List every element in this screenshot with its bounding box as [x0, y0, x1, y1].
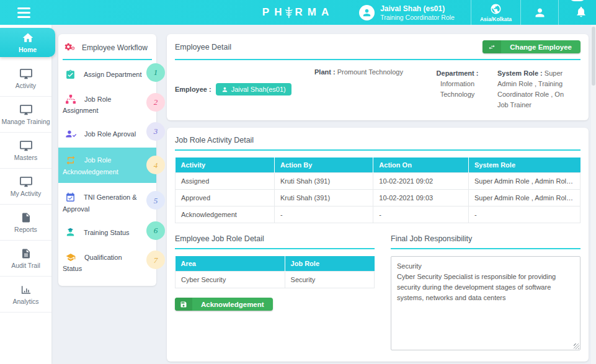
- column-header-action-on: Action On: [373, 158, 469, 173]
- workflow-step-assign-department[interactable]: Assign Department 1: [58, 60, 156, 85]
- employee-detail-card: Employee Detail Change Employee Employee…: [167, 34, 589, 120]
- department-field: Department : Information Technology: [426, 68, 497, 110]
- column-header-job-role: Job Role: [285, 256, 374, 272]
- person-icon: [533, 6, 546, 19]
- workflow-step-qualification-status[interactable]: Qualification Status 7: [58, 243, 156, 278]
- final-responsibility-textarea[interactable]: Security Cyber Security Specialist is re…: [391, 256, 580, 350]
- sidebar-item-label: Analytics: [12, 298, 38, 305]
- employee-badge[interactable]: Jaival Shah(es01): [216, 83, 291, 95]
- workflow-step-label: Job Role Aproval: [84, 130, 136, 138]
- step-number: 4: [146, 156, 165, 174]
- clipboard-check-icon: [65, 69, 76, 80]
- table-row: Cyber Security Security: [176, 272, 375, 288]
- cell-action-on: -: [373, 206, 469, 223]
- user-menu[interactable]: Jaival Shah (es01) Training Coordinator …: [343, 0, 471, 25]
- acknowledgement-button[interactable]: Acknowledgement: [175, 298, 273, 311]
- workflow-step-job-role-aproval[interactable]: Job Role Aproval 3: [58, 120, 156, 144]
- globe-icon: [490, 3, 502, 15]
- graduation-cap-icon: [65, 252, 76, 262]
- calendar-check-icon: [65, 192, 76, 203]
- employee-label: Employee :: [175, 86, 211, 93]
- step-number: 7: [146, 251, 165, 269]
- step-number: 6: [146, 221, 165, 240]
- plant-value: Promount Technology: [337, 68, 403, 76]
- plant-field: Plant : Promount Technology: [314, 68, 426, 110]
- employee-detail-header: Employee Detail Change Employee: [175, 40, 580, 60]
- monitor-icon: [19, 140, 33, 152]
- file-text-icon: [20, 247, 32, 260]
- cell-system-role: -: [468, 206, 580, 223]
- employee-workflow-panel: Employee Workflow Assign Department 1 Jo…: [58, 34, 156, 286]
- file-icon: [20, 211, 32, 224]
- sidebar-nav: Home Activity Manage Training Masters My…: [0, 25, 51, 364]
- notifications-button[interactable]: 36: [559, 0, 596, 25]
- cell-action-on: 10-02-2021 09:03: [373, 190, 469, 206]
- gears-icon: [64, 42, 78, 53]
- change-employee-label: Change Employee: [501, 40, 580, 53]
- user-avatar: [359, 5, 375, 20]
- repeat-arrows-icon: [65, 155, 76, 166]
- sidebar-item-activity[interactable]: Activity: [0, 61, 51, 97]
- sidebar-item-analytics[interactable]: Analytics: [0, 277, 51, 313]
- sidebar-item-label: Reports: [14, 226, 37, 233]
- activity-detail-title: Job Role Activity Detail: [175, 136, 580, 151]
- caduceus-icon: [284, 6, 293, 19]
- cell-job-role: Security: [285, 272, 374, 288]
- employee-detail-fields: Employee : Jaival Shah(es01) Plant : Pro…: [175, 68, 580, 110]
- cell-action-by: Kruti Shah (391): [274, 190, 373, 206]
- column-header-activity: Activity: [176, 158, 275, 173]
- workflow-title: Employee Workflow: [82, 43, 148, 52]
- step-number: 3: [146, 122, 165, 141]
- table-header-row: Activity Action By Action On System Role: [176, 158, 580, 173]
- profile-button[interactable]: [521, 0, 558, 25]
- employee-detail-title: Employee Detail: [175, 43, 231, 51]
- lower-two-column-area: Employee Job Role Detail Area Job Role C…: [175, 234, 580, 350]
- cell-system-role: Super Admin Role , Admin Role , Tra...: [468, 173, 580, 190]
- person-check-icon: [65, 129, 76, 139]
- final-responsibility-section: Final Job Responsibility Security Cyber …: [391, 234, 580, 350]
- scrollbar-thumb[interactable]: [592, 27, 595, 86]
- app-logo: PH RMA: [262, 0, 334, 25]
- sidebar-item-my-activity[interactable]: My Activity: [0, 169, 51, 205]
- workflow-step-job-role-acknowledgement[interactable]: Job Role Acknowledgement 4: [58, 148, 156, 184]
- system-role-label: System Role :: [497, 69, 543, 77]
- vertical-scrollbar[interactable]: [591, 25, 596, 364]
- job-role-detail-title: Employee Job Role Detail: [175, 234, 375, 249]
- cell-activity: Assigned: [176, 173, 275, 190]
- column-header-system-role: System Role: [468, 158, 580, 173]
- workflow-step-training-status[interactable]: Training Status 6: [58, 218, 156, 243]
- plant-label: Plant :: [314, 68, 336, 76]
- job-role-activity-card: Job Role Activity Detail Activity Action…: [167, 128, 589, 362]
- cell-action-by: -: [274, 206, 373, 223]
- monitor-icon: [19, 176, 33, 188]
- step-number: 2: [146, 93, 165, 112]
- sitemap-icon: [65, 94, 76, 104]
- hamburger-menu-icon[interactable]: [17, 0, 30, 25]
- main-panel: Employee Detail Change Employee Employee…: [167, 34, 589, 364]
- timezone-selector[interactable]: Asia/Kolkata: [471, 0, 520, 25]
- sidebar-item-audit-trail[interactable]: Audit Trail: [0, 241, 51, 277]
- sidebar-item-reports[interactable]: Reports: [0, 205, 51, 241]
- content-area: Employee Workflow Assign Department 1 Jo…: [51, 25, 596, 364]
- change-employee-button[interactable]: Change Employee: [483, 40, 580, 53]
- job-role-table: Area Job Role Cyber Security Security: [175, 256, 375, 288]
- cell-action-by: Kruti Shah (391): [274, 173, 373, 190]
- cell-area: Cyber Security: [176, 272, 285, 288]
- step-number: 1: [146, 63, 165, 82]
- final-responsibility-title: Final Job Responsibility: [391, 234, 580, 249]
- workflow-step-label: Training Status: [84, 229, 130, 236]
- column-header-area: Area: [176, 256, 285, 272]
- monitor-icon: [19, 104, 33, 116]
- top-header: PH RMA Jaival Shah (es01) Training Coord…: [0, 0, 596, 25]
- logo-text-right: RMA: [295, 6, 334, 19]
- workflow-step-tni-generation-approval[interactable]: TNI Generation & Approval 5: [58, 183, 156, 218]
- sidebar-item-manage-training[interactable]: Manage Training: [0, 97, 51, 133]
- activity-detail-table: Activity Action By Action On System Role…: [175, 158, 580, 223]
- system-role-field: System Role : Super Admin Role , Trainin…: [497, 68, 580, 110]
- workflow-step-job-role-assignment[interactable]: Job Role Assignment 2: [58, 85, 156, 120]
- table-row: Assigned Kruti Shah (391) 10-02-2021 09:…: [176, 173, 580, 190]
- sidebar-item-home[interactable]: Home: [0, 28, 55, 57]
- monitor-icon: [19, 68, 33, 80]
- sidebar-item-masters[interactable]: Masters: [0, 133, 51, 169]
- bell-icon: [575, 6, 587, 18]
